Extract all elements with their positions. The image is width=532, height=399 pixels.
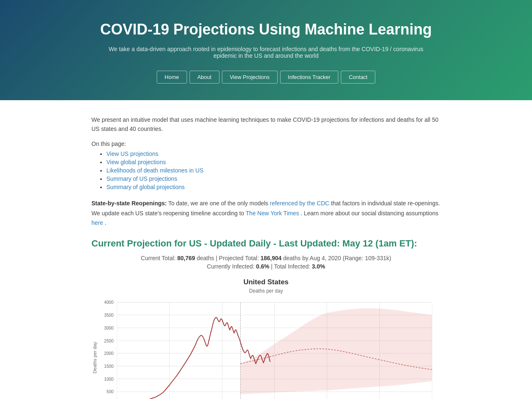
stats-line2: Currently Infected: 0.6% | Total Infecte… (91, 263, 441, 270)
chart-title: United States (91, 278, 441, 286)
page-header: COVID-19 Projections Using Machine Learn… (0, 0, 532, 100)
main-nav: Home About View Projections Infections T… (8, 71, 524, 84)
svg-text:2000: 2000 (104, 351, 113, 356)
svg-text:500: 500 (106, 390, 113, 394)
on-this-page-label: On this page: (91, 140, 441, 147)
stats-projected-total: 186,904 (261, 255, 282, 261)
stats-currently-infected: 0.6% (256, 263, 269, 270)
projection-section-title: Current Projection for US - Updated Dail… (91, 238, 441, 249)
stats-currently-infected-label: Currently Infected: (207, 263, 256, 270)
link-us-projections[interactable]: View US projections (106, 150, 158, 157)
stats-current-total: 80,769 (177, 255, 195, 261)
nav-contact[interactable]: Contact (341, 71, 375, 84)
link-here[interactable]: here (91, 219, 103, 226)
svg-text:1500: 1500 (104, 364, 113, 369)
nav-view-projections[interactable]: View Projections (222, 71, 278, 84)
chart-svg-wrapper: 0 500 1000 1500 2000 2500 3000 3500 4000 (91, 298, 441, 399)
stats-projected-label: deaths by Aug 4, 2020 (Range: 109-331k) (283, 255, 391, 261)
main-content: We present an intuitive model that uses … (79, 115, 453, 399)
link-death-milestones[interactable]: Likelihoods of death milestones in US (106, 167, 203, 174)
deaths-chart: 0 500 1000 1500 2000 2500 3000 3500 4000 (91, 298, 441, 399)
svg-text:3500: 3500 (104, 313, 113, 318)
reopening-text4: . (105, 219, 106, 226)
link-summary-us[interactable]: Summary of US projections (106, 175, 177, 182)
list-item: View US projections (106, 150, 441, 157)
stats-total-infected-label: | Total Infected: (271, 263, 312, 270)
chart-subtitle: Deaths per day (91, 288, 441, 294)
reopening-paragraph: State-by-state Reopenings: To date, we a… (91, 199, 441, 228)
page-links-list: View US projections View global projecti… (91, 150, 441, 190)
reopening-text1: To date, we are one of the only models (168, 200, 270, 207)
list-item: View global projections (106, 159, 441, 165)
nav-about[interactable]: About (190, 71, 219, 84)
list-item: Summary of global projections (106, 184, 441, 190)
stats-current-label: Current Total: (141, 255, 177, 261)
svg-text:4000: 4000 (104, 300, 113, 305)
link-nyt[interactable]: The New York Times (246, 210, 299, 217)
link-summary-global[interactable]: Summary of global projections (106, 184, 185, 190)
stats-deaths-label: deaths | Projected Total: (197, 255, 261, 261)
reopening-text3: . Learn more about our social distancing… (300, 210, 438, 217)
svg-text:1000: 1000 (104, 377, 113, 382)
link-cdc[interactable]: referenced by the CDC (270, 200, 329, 207)
list-item: Summary of US projections (106, 175, 441, 182)
svg-text:2500: 2500 (104, 339, 113, 343)
header-subtitle: We take a data-driven approach rooted in… (100, 46, 432, 59)
nav-home[interactable]: Home (157, 71, 187, 84)
page-title: COVID-19 Projections Using Machine Learn… (8, 21, 524, 38)
stats-line1: Current Total: 80,769 deaths | Projected… (91, 255, 441, 261)
svg-text:Deaths per day: Deaths per day (92, 342, 97, 374)
stats-total-infected: 3.0% (312, 263, 325, 270)
intro-paragraph: We present an intuitive model that uses … (91, 115, 441, 134)
reopening-label: State-by-state Reopenings: (91, 200, 167, 207)
chart-container: United States Deaths per day 0 500 1000 … (91, 278, 441, 399)
list-item: Likelihoods of death milestones in US (106, 167, 441, 174)
link-global-projections[interactable]: View global projections (106, 159, 166, 165)
svg-text:3000: 3000 (104, 326, 113, 330)
nav-infections-tracker[interactable]: Infections Tracker (280, 71, 339, 84)
